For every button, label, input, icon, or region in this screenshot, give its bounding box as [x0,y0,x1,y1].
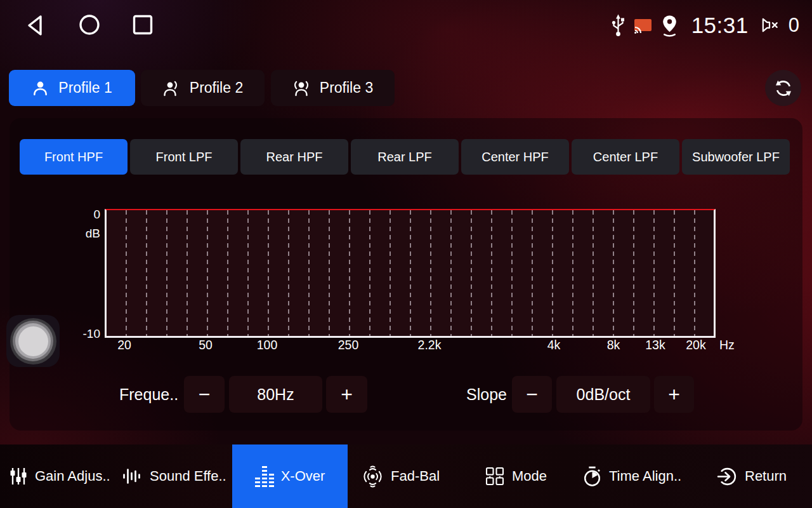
tab-subwoofer-lpf[interactable]: Subwoofer LPF [682,139,790,175]
usb-icon [610,13,626,37]
x-axis-unit: Hz [719,338,735,352]
knob-ring [10,318,56,364]
tab-front-lpf[interactable]: Front LPF [130,139,238,175]
refresh-icon [773,78,794,98]
tab-profile-1[interactable]: Profile 1 [9,70,135,106]
y-tick-minus10: -10 [69,327,100,341]
location-icon [660,15,679,37]
nav-item-label: Sound Effe.. [150,468,226,485]
nav-time-alignment[interactable]: Time Align.. [582,444,681,508]
nav-item-label: Mode [512,468,547,485]
tab-profile-2[interactable]: Profile 2 [141,70,265,106]
x-tick: 250 [338,338,359,352]
slope-value: 0dB/oct [556,376,650,413]
stopwatch-icon [582,465,602,488]
tab-center-hpf[interactable]: Center HPF [461,139,569,175]
x-tick: 4k [547,338,561,352]
return-arrow-icon [717,466,738,487]
nav-item-label: X-Over [281,468,325,485]
profile-tab-label: Profile 2 [190,79,243,97]
person-group-icon [292,79,310,97]
y-axis-unit: dB [69,227,100,241]
nav-mode[interactable]: Mode [485,444,547,508]
nav-xover[interactable]: X-Over [232,444,348,508]
home-icon[interactable] [77,13,102,37]
cast-icon [633,17,653,34]
knob-face [18,326,48,356]
frequency-label: Freque.. [119,376,178,413]
nav-item-label: Time Align.. [609,468,681,485]
status-bar: 15:31 0 [0,0,812,51]
filter-tab-bar: Front HPF Front LPF Rear HPF Rear LPF Ce… [20,139,790,175]
person-group-icon [162,79,180,97]
nav-return[interactable]: Return [717,444,787,508]
mode-grid-icon [485,466,505,486]
recents-icon[interactable] [132,14,154,36]
profile-tab-label: Profile 3 [320,79,373,97]
frequency-value: 80Hz [229,376,322,413]
y-tick-0: 0 [69,208,100,222]
tab-center-lpf[interactable]: Center LPF [572,139,679,175]
slope-label: Slope [466,376,507,413]
tab-rear-hpf[interactable]: Rear HPF [240,139,348,175]
slope-plus-button[interactable]: + [654,376,694,413]
person-icon [32,79,49,97]
tab-profile-3[interactable]: Profile 3 [271,70,395,106]
x-tick: 2.2k [418,338,442,352]
nav-sound-effect[interactable]: Sound Effe.. [122,444,226,508]
frequency-response-chart[interactable] [105,209,716,338]
slope-minus-button[interactable]: − [512,376,552,413]
frequency-minus-button[interactable]: − [184,376,225,413]
back-icon[interactable] [24,13,46,37]
volume-muted-icon[interactable] [759,16,780,35]
sound-effect-icon [122,467,143,485]
x-tick: 20 [117,338,131,352]
fader-balance-icon [362,465,384,488]
nav-gain-adjust[interactable]: Gain Adjus.. [9,444,110,508]
x-tick: 20k [686,338,705,352]
equalizer-bars-icon [255,465,274,487]
x-tick: 50 [199,338,213,352]
tab-rear-lpf[interactable]: Rear LPF [351,139,459,175]
tab-front-hpf[interactable]: Front HPF [20,139,128,175]
x-tick: 100 [257,338,278,352]
nav-item-label: Fad-Bal [391,468,440,485]
volume-level: 0 [789,14,799,37]
bottom-nav-bar: Gain Adjus.. Sound Effe.. X-Over [0,444,812,508]
nav-item-label: Return [745,468,787,485]
volume-knob-overlay[interactable] [6,315,60,367]
gain-sliders-icon [9,467,28,486]
frequency-plus-button[interactable]: + [326,376,367,413]
nav-item-label: Gain Adjus.. [35,468,110,485]
refresh-button[interactable] [765,70,801,106]
profile-tab-label: Profile 1 [58,79,112,97]
x-tick: 13k [645,338,665,352]
nav-fad-bal[interactable]: Fad-Bal [362,444,440,508]
clock: 15:31 [691,13,749,38]
x-tick: 8k [607,338,620,352]
